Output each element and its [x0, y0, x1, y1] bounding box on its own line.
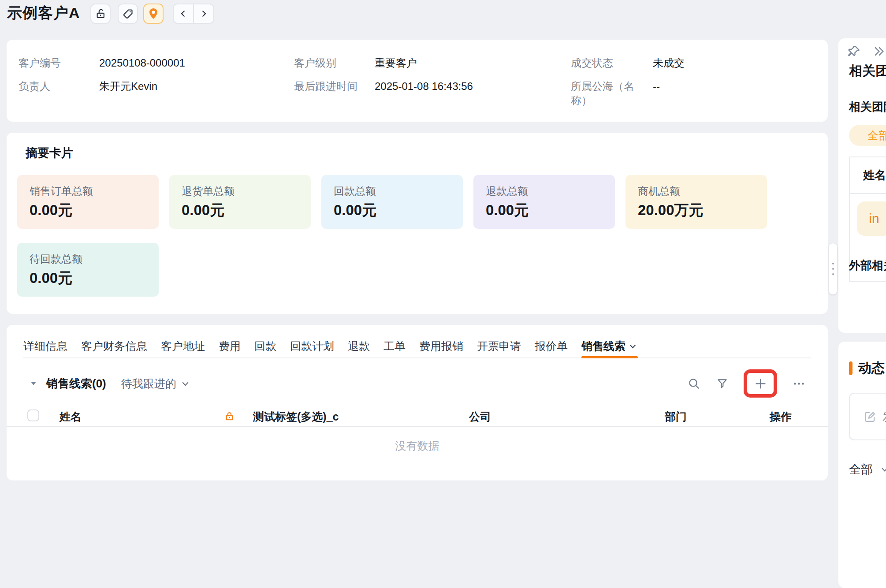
summary-card-refund-total: 退款总额 0.00元 [473, 175, 615, 229]
plus-icon [753, 376, 768, 391]
leads-toolbar-actions [687, 369, 806, 398]
tab-invoice-request[interactable]: 开票申请 [477, 339, 521, 354]
team-filter-all-pill[interactable]: 全部 [849, 125, 886, 146]
more-actions-button[interactable] [792, 377, 806, 391]
panel-resize-handle[interactable] [829, 243, 837, 294]
summary-card-value: 0.00 [30, 202, 58, 218]
feed-filter-dropdown[interactable]: 全部 [849, 461, 886, 477]
info-field: 所属公海（名称） -- [571, 79, 685, 108]
pin-icon[interactable] [847, 45, 861, 58]
page-header: 示例客户A [0, 0, 886, 27]
prev-record-button[interactable] [174, 4, 193, 23]
field-label: 所属公海（名称） [571, 79, 653, 108]
field-label: 成交状态 [571, 56, 653, 70]
tag-icon [122, 8, 134, 20]
field-label: 负责人 [19, 79, 99, 93]
tab-payment-plan[interactable]: 回款计划 [290, 339, 334, 354]
chevron-down-icon [628, 341, 638, 351]
detail-tabs-section: 详细信息 客户财务信息 客户地址 费用 回款 回款计划 退款 工单 费用报销 开… [7, 325, 828, 480]
summary-section-title: 摘要卡片 [26, 145, 73, 161]
field-value: 朱开元Kevin [99, 79, 157, 93]
column-actions: 操作 [770, 409, 792, 424]
summary-card-sales-order-total: 销售订单总额 0.00元 [17, 175, 159, 229]
search-icon[interactable] [687, 377, 701, 391]
customer-name-title: 示例客户A [7, 3, 80, 23]
summary-card-value: 0.00 [486, 202, 514, 218]
info-field: 最后跟进时间 2025-01-08 16:43:56 [294, 79, 473, 93]
leads-table-header: 姓名 测试标签(多选)_c 公司 部门 操作 [7, 408, 828, 427]
tab-sales-leads[interactable]: 销售线索 [581, 335, 638, 357]
info-field: 客户编号 20250108-000001 [19, 56, 185, 70]
ellipsis-icon [792, 377, 806, 391]
empty-state-text: 没有数据 [7, 439, 828, 453]
tab-refund[interactable]: 退款 [348, 339, 370, 354]
leads-toolbar: 销售线索(0) 待我跟进的 [29, 368, 806, 399]
info-field: 负责人 朱开元Kevin [19, 79, 185, 93]
summary-card-value: 20.00 [638, 202, 674, 218]
summary-card-label: 商机总额 [638, 185, 755, 198]
column-tags: 测试标签(多选)_c [253, 409, 339, 424]
field-value: -- [653, 79, 660, 108]
summary-card-label: 退货单总额 [182, 185, 298, 198]
chevron-left-icon [178, 8, 189, 19]
field-label: 客户编号 [19, 56, 99, 70]
lock-button[interactable] [90, 4, 111, 24]
annotation-highlight [744, 369, 777, 398]
field-value: 2025-01-08 16:43:56 [375, 79, 473, 93]
next-record-button[interactable] [193, 4, 213, 23]
info-column: 客户编号 20250108-000001 负责人 朱开元Kevin [19, 56, 185, 103]
field-value: 未成交 [653, 56, 685, 70]
info-field: 客户级别 重要客户 [294, 56, 473, 70]
collapse-caret-icon[interactable] [29, 379, 38, 388]
team-column-name: 姓名 [850, 157, 886, 194]
tab-expense[interactable]: 费用 [219, 339, 241, 354]
summary-card-label: 待回款总额 [30, 253, 146, 266]
tab-work-order[interactable]: 工单 [383, 339, 406, 354]
summary-card-unit: 元 [362, 202, 376, 218]
tab-customer-address[interactable]: 客户地址 [161, 339, 205, 354]
tab-customer-finance[interactable]: 客户财务信息 [81, 339, 147, 354]
summary-card-label: 退款总额 [486, 185, 603, 198]
leads-filter-label: 待我跟进的 [121, 376, 176, 391]
feed-filter-label: 全部 [849, 461, 873, 477]
chevron-down-icon [180, 378, 191, 389]
summary-card-unit: 元 [514, 202, 529, 218]
tab-quotation[interactable]: 报价单 [535, 339, 568, 354]
leads-filter-dropdown[interactable]: 待我跟进的 [121, 376, 191, 391]
team-member-row[interactable]: in [850, 194, 886, 236]
summary-card-pending-payment-total: 待回款总额 0.00元 [17, 243, 159, 297]
summary-cards: 销售订单总额 0.00元 退货单总额 0.00元 回款总额 0.00元 退款总额… [17, 175, 817, 297]
summary-card-unit: 元 [210, 202, 224, 218]
field-value: 20250108-000001 [99, 56, 185, 70]
summary-card-label: 回款总额 [334, 185, 450, 198]
tab-details[interactable]: 详细信息 [23, 339, 67, 354]
summary-card-opportunity-total: 商机总额 20.00万元 [625, 175, 767, 229]
summary-card-return-order-total: 退货单总额 0.00元 [169, 175, 311, 229]
chevron-down-icon [879, 464, 886, 475]
location-button[interactable] [143, 4, 164, 24]
select-all-checkbox[interactable] [27, 409, 39, 421]
feed-accent-bar [849, 361, 852, 375]
publish-feed-box[interactable]: 发 [849, 393, 886, 440]
feed-section-header: 动态 [849, 359, 885, 377]
tab-sales-leads-label: 销售线索 [581, 339, 625, 354]
unlock-icon [95, 8, 107, 20]
field-label: 客户级别 [294, 56, 375, 70]
add-lead-button[interactable] [753, 376, 768, 391]
tag-button[interactable] [118, 4, 138, 24]
field-label: 最后跟进时间 [294, 79, 375, 93]
filter-icon[interactable] [716, 377, 729, 390]
related-team-subtitle: 相关团队 [849, 99, 886, 115]
compose-icon [863, 410, 877, 424]
tab-expense-claim[interactable]: 费用报销 [419, 339, 463, 354]
tab-payment[interactable]: 回款 [254, 339, 276, 354]
column-name: 姓名 [60, 409, 82, 424]
detail-tabs: 详细信息 客户财务信息 客户地址 费用 回款 回款计划 退款 工单 费用报销 开… [23, 335, 811, 358]
info-field: 成交状态 未成交 [571, 56, 685, 70]
info-column: 成交状态 未成交 所属公海（名称） -- [571, 56, 685, 117]
customer-info-card: 客户编号 20250108-000001 负责人 朱开元Kevin 客户级别 重… [7, 40, 828, 122]
collapse-panel-icon[interactable] [872, 45, 886, 58]
summary-card-unit: 元 [58, 202, 72, 218]
summary-card-label: 销售订单总额 [30, 185, 146, 198]
column-company: 公司 [469, 409, 491, 424]
